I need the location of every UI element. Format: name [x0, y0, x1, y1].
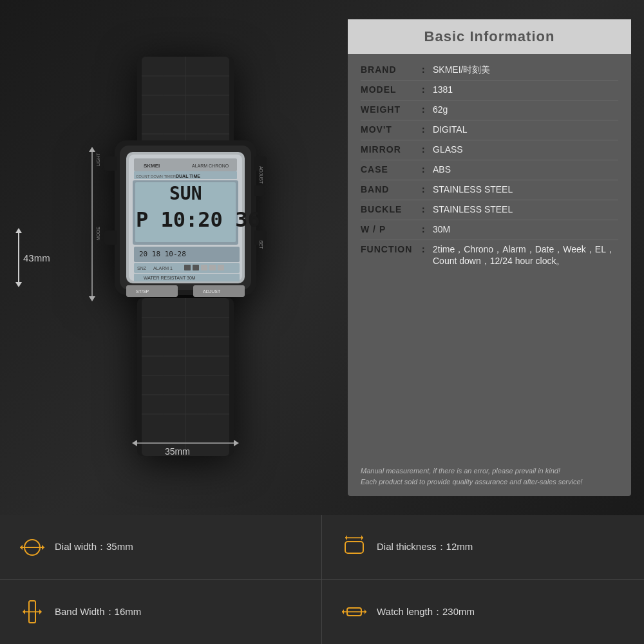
info-row-sep: ：: [419, 244, 428, 256]
specs-bar: Dial width：35mmDial thickness：12mmBand W…: [0, 515, 644, 644]
info-row: BUCKLE：STAINLESS STEEL: [361, 200, 618, 220]
svg-rect-15: [254, 185, 264, 196]
info-row-label: MOV'T: [361, 124, 419, 135]
info-row-sep: ：: [419, 224, 428, 236]
info-row: CASE：ABS: [361, 160, 618, 180]
svg-text:MODE: MODE: [96, 227, 100, 240]
svg-rect-41: [218, 265, 224, 270]
info-row: W / P：30M: [361, 220, 618, 240]
info-row-value: GLASS: [433, 144, 463, 155]
svg-rect-40: [209, 265, 216, 270]
svg-marker-77: [39, 609, 42, 614]
svg-marker-61: [234, 440, 239, 446]
svg-rect-39: [201, 265, 207, 270]
info-row-value: ABS: [433, 164, 451, 175]
svg-rect-12: [104, 231, 117, 245]
svg-text:20  18  10-28: 20 18 10-28: [139, 250, 186, 258]
info-rows: BRAND：SKMEI/时刻美MODEL：1381WEIGHT：62gMOV'T…: [348, 54, 631, 460]
info-row-label: WEIGHT: [361, 104, 419, 115]
svg-text:SET: SET: [259, 240, 263, 249]
info-row-label: BRAND: [361, 64, 419, 75]
info-row: MIRROR：GLASS: [361, 140, 618, 160]
info-row-value: 30M: [433, 224, 450, 234]
info-row-value: STAINLESS STEEL: [433, 184, 513, 194]
info-row-label: MIRROR: [361, 144, 419, 155]
svg-rect-44: [126, 285, 178, 297]
info-row-label: W / P: [361, 224, 419, 234]
info-row-sep: ：: [419, 184, 428, 196]
spec-cell-0: Dial width：35mm: [0, 515, 322, 580]
svg-rect-70: [345, 542, 363, 553]
svg-text:COUNT DOWN TIMER: COUNT DOWN TIMER: [136, 175, 176, 178]
spec-cell-2: Band Width：16mm: [0, 580, 322, 644]
svg-text:SKMEI: SKMEI: [144, 163, 160, 169]
svg-text:ALARM CHRONO: ALARM CHRONO: [192, 164, 229, 168]
spec-icon-3: [341, 600, 367, 624]
info-row-sep: ：: [419, 64, 428, 76]
spec-label-2: Band Width：16mm: [55, 606, 141, 618]
svg-rect-38: [193, 265, 199, 270]
info-row-label: BUCKLE: [361, 204, 419, 214]
info-row-sep: ：: [419, 84, 428, 96]
svg-text:ALARM 1: ALARM 1: [153, 266, 173, 270]
svg-text:ADJUST: ADJUST: [203, 289, 221, 294]
svg-marker-80: [342, 609, 344, 614]
info-row: MOV'T：DIGITAL: [361, 120, 618, 140]
info-row-value: 62g: [433, 104, 448, 115]
svg-marker-64: [89, 147, 95, 152]
spec-label-3: Watch length：230mm: [377, 606, 475, 618]
svg-text:LIGHT: LIGHT: [96, 153, 100, 166]
svg-marker-73: [361, 535, 363, 540]
info-row-label: CASE: [361, 164, 419, 175]
spec-label-1: Dial thickness：12mm: [377, 541, 473, 553]
spec-icon-0: [19, 535, 45, 560]
info-row-value: SKMEI/时刻美: [433, 64, 490, 76]
info-row-sep: ：: [419, 124, 428, 136]
watch-illustration: LIGHT MODE ADJUST SET SKMEI ALARM CHRONO…: [70, 57, 301, 459]
info-row-label: MODEL: [361, 84, 419, 95]
watch-image-area: 43mm: [0, 0, 348, 515]
spec-cell-3: Watch length：230mm: [322, 580, 644, 644]
svg-marker-65: [89, 296, 95, 301]
spec-icon-2: [19, 600, 45, 624]
info-row-sep: ：: [419, 144, 428, 156]
info-row-sep: ：: [419, 104, 428, 116]
svg-marker-72: [345, 535, 347, 540]
info-row-value: 2time，Chrono，Alarm，Date，Week，EL，Count do…: [433, 244, 618, 267]
info-title: Basic Information: [348, 19, 631, 54]
info-note: Manual measurement, if there is an error…: [348, 460, 631, 496]
svg-rect-11: [104, 156, 117, 171]
svg-marker-60: [132, 440, 137, 446]
svg-marker-76: [23, 609, 25, 614]
svg-text:ADJUST: ADJUST: [259, 166, 263, 184]
info-row: MODEL：1381: [361, 80, 618, 100]
spec-cell-1: Dial thickness：12mm: [322, 515, 644, 580]
info-row: WEIGHT：62g: [361, 100, 618, 120]
spec-icon-1: [341, 535, 367, 560]
info-row: BRAND：SKMEI/时刻美: [361, 61, 618, 80]
svg-text:35mm: 35mm: [165, 446, 190, 456]
svg-text:SUN: SUN: [169, 183, 202, 204]
svg-marker-68: [20, 545, 23, 550]
height-dimension: 43mm: [18, 232, 50, 283]
svg-marker-81: [365, 609, 366, 614]
info-row: FUNCTION：2time，Chrono，Alarm，Date，Week，EL…: [361, 240, 618, 271]
info-row-sep: ：: [419, 164, 428, 176]
info-row-value: 1381: [433, 84, 453, 95]
svg-rect-37: [184, 265, 191, 270]
info-row-value: STAINLESS STEEL: [433, 204, 513, 214]
svg-text:P 10:20 36: P 10:20 36: [136, 207, 260, 232]
spec-label-0: Dial width：35mm: [55, 541, 133, 553]
info-panel: Basic Information BRAND：SKMEI/时刻美MODEL：1…: [348, 19, 631, 496]
svg-text:WATER RESISTANT 30M: WATER RESISTANT 30M: [144, 276, 196, 280]
info-row: BAND：STAINLESS STEEL: [361, 180, 618, 200]
info-row-sep: ：: [419, 204, 428, 216]
info-row-label: BAND: [361, 184, 419, 194]
svg-text:ST/SP: ST/SP: [136, 289, 149, 294]
info-row-label: FUNCTION: [361, 244, 419, 254]
svg-marker-69: [42, 545, 44, 550]
svg-text:DUAL TIME: DUAL TIME: [176, 174, 200, 178]
info-row-value: DIGITAL: [433, 124, 467, 135]
svg-text:SNZ: SNZ: [137, 266, 147, 270]
